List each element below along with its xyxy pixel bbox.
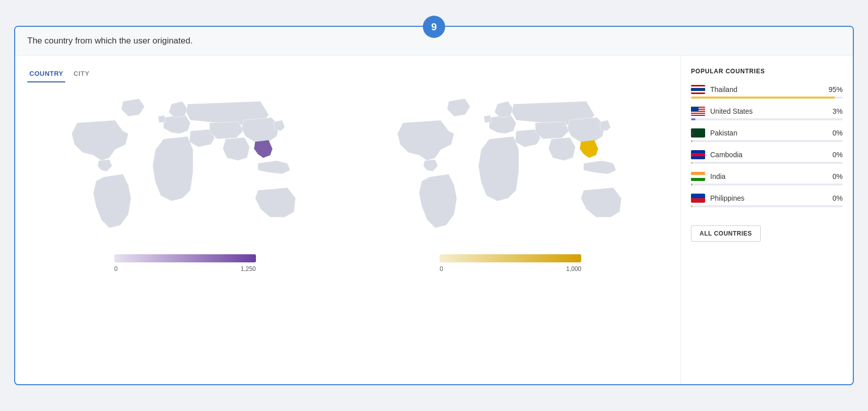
country-item-pakistan: Pakistan 0% <box>691 128 843 142</box>
country-header-pakistan: Pakistan 0% <box>691 128 843 138</box>
country-left-thailand: Thailand <box>691 85 737 94</box>
country-item-philippines: Philippines 0% <box>691 194 843 207</box>
country-item-cambodia: Cambodia 0% <box>691 150 843 164</box>
badge-container: 9 <box>423 16 445 38</box>
flag-philippines <box>691 194 705 203</box>
flag-cambodia <box>691 150 705 159</box>
country-item-india: India 0% <box>691 172 843 186</box>
country-left-cambodia: Cambodia <box>691 150 743 159</box>
country-name-philippines: Philippines <box>710 194 745 202</box>
flag-pakistan <box>691 128 705 138</box>
main-card: 9 The country from which the user origin… <box>14 26 854 385</box>
country-pct-india: 0% <box>833 172 843 180</box>
flag-thailand <box>691 85 705 94</box>
progress-bg-philippines <box>691 205 843 207</box>
country-header-india: India 0% <box>691 172 843 181</box>
progress-bg-pakistan <box>691 140 843 142</box>
all-countries-button[interactable]: ALL COUNTRIES <box>691 225 761 242</box>
progress-fill-philippines <box>691 205 692 207</box>
country-pct-pakistan: 0% <box>833 129 843 137</box>
thailand-dot <box>588 147 593 151</box>
country-left-india: India <box>691 172 725 181</box>
sidebar-title: POPULAR COUNTRIES <box>691 68 843 75</box>
country-left-us: United States <box>691 107 753 116</box>
main-content: COUNTRY CITY <box>15 56 853 384</box>
country-name-thailand: Thailand <box>710 85 737 94</box>
flag-india <box>691 172 705 181</box>
country-left-pakistan: Pakistan <box>691 128 737 138</box>
country-pct-cambodia: 0% <box>833 151 843 159</box>
world-map-svg-1 <box>27 90 343 252</box>
world-map-svg-2 <box>353 90 669 252</box>
country-pct-philippines: 0% <box>833 194 843 202</box>
flag-us <box>691 107 705 116</box>
country-header-us: United States 3% <box>691 107 843 116</box>
country-item-thailand: Thailand 95% <box>691 85 843 99</box>
progress-bg-india <box>691 184 843 186</box>
map-2: 0 1,000 <box>353 90 669 272</box>
progress-bg-us <box>691 118 843 120</box>
progress-fill-pakistan <box>691 140 692 142</box>
badge-number: 9 <box>431 21 437 33</box>
country-item-us: United States 3% <box>691 107 843 120</box>
maps-row: 0 1,250 <box>27 90 668 272</box>
legend-labels-2: 0 1,000 <box>440 265 581 272</box>
progress-fill-cambodia <box>691 162 692 164</box>
country-pct-us: 3% <box>833 107 843 115</box>
country-header-cambodia: Cambodia 0% <box>691 150 843 159</box>
country-name-cambodia: Cambodia <box>710 151 743 159</box>
map-section: COUNTRY CITY <box>15 56 681 384</box>
gradient-bar-1 <box>114 254 256 262</box>
legend-labels-1: 0 1,250 <box>114 265 256 272</box>
progress-fill-thailand <box>691 97 835 99</box>
progress-bg-thailand <box>691 97 843 99</box>
country-pct-thailand: 95% <box>829 85 843 94</box>
country-name-us: United States <box>710 107 753 115</box>
map-1: 0 1,250 <box>27 90 343 272</box>
progress-fill-india <box>691 184 692 186</box>
description-text: The country from which the user originat… <box>27 36 193 45</box>
tabs-container: COUNTRY CITY <box>27 66 668 82</box>
gradient-bar-2 <box>440 254 581 262</box>
country-left-philippines: Philippines <box>691 194 745 203</box>
country-header-philippines: Philippines 0% <box>691 194 843 203</box>
tab-country[interactable]: COUNTRY <box>27 66 71 82</box>
country-header-thailand: Thailand 95% <box>691 85 843 94</box>
legend-1: 0 1,250 <box>27 254 343 272</box>
step-badge: 9 <box>423 16 445 38</box>
progress-bg-cambodia <box>691 162 843 164</box>
progress-fill-us <box>691 118 696 120</box>
country-name-india: India <box>710 172 725 180</box>
tab-city[interactable]: CITY <box>71 66 98 82</box>
legend-2: 0 1,000 <box>353 254 669 272</box>
sidebar: POPULAR COUNTRIES Thailand 95% <box>681 56 853 384</box>
country-name-pakistan: Pakistan <box>710 129 737 137</box>
